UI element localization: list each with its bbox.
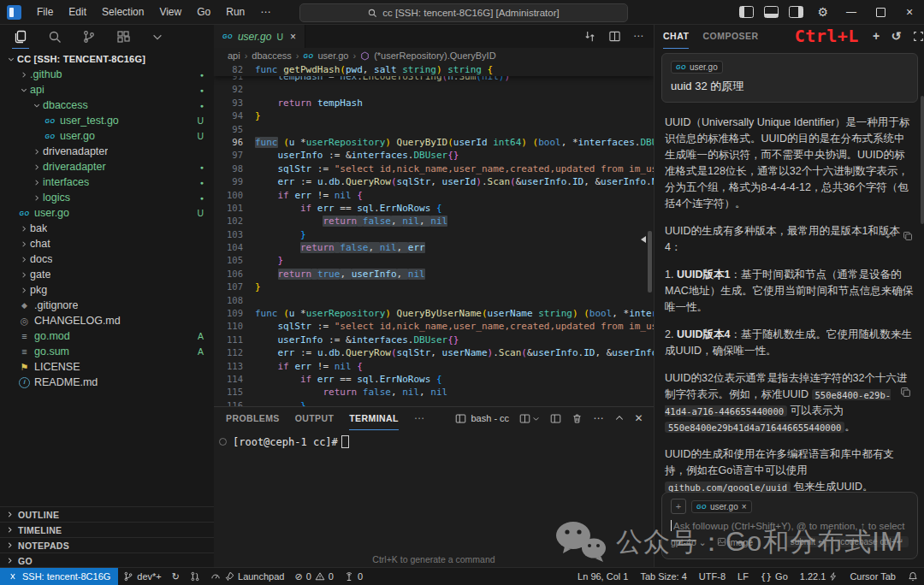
- panel-more-icon[interactable]: ⋯: [414, 407, 424, 429]
- window-close-button[interactable]: ×: [895, 0, 924, 24]
- submit-button[interactable]: submit ↵: [785, 536, 831, 547]
- tree-item-dbaccess[interactable]: dbaccess●: [0, 98, 214, 113]
- kill-terminal-trash-icon[interactable]: [572, 413, 583, 424]
- code-line-110[interactable]: 110 sqlStr := "select id,nick_name,user_…: [214, 320, 654, 333]
- code-line-101[interactable]: 101 if err == sql.ErrNoRows {: [214, 202, 654, 215]
- tree-item-chat[interactable]: chat: [0, 236, 214, 251]
- code-line-114[interactable]: 114 if err == sql.ErrNoRows {: [214, 373, 654, 386]
- window-minimize-button[interactable]: —: [837, 0, 866, 24]
- tab-close-icon[interactable]: ×: [290, 31, 296, 43]
- restore-checkpoint-icon[interactable]: ↶: [886, 231, 894, 243]
- toggle-secondary-sidebar-icon[interactable]: [789, 6, 803, 18]
- tree-item-pkg[interactable]: pkg: [0, 282, 214, 298]
- menu-view[interactable]: View: [151, 0, 189, 24]
- menu-edit[interactable]: Edit: [61, 0, 94, 24]
- split-terminal-icon[interactable]: [519, 413, 540, 424]
- toggle-panel-icon[interactable]: [764, 6, 779, 18]
- tree-item-user.go[interactable]: GOuser.goU: [0, 128, 214, 144]
- code-line-98[interactable]: 98 sqlStr := "select id,nick_name,user_n…: [214, 162, 654, 175]
- context-file-chip[interactable]: GO user.go: [671, 61, 723, 74]
- sticky-scroll-line[interactable]: 82func getPwdHash(pwd, salt string) stri…: [214, 63, 654, 76]
- go-version[interactable]: 1.22.1: [794, 568, 844, 585]
- cursor-position[interactable]: Ln 96, Col 1: [572, 568, 634, 585]
- search-view-icon[interactable]: [46, 26, 63, 48]
- code-line-100[interactable]: 100 if err != nil {: [214, 189, 654, 202]
- tree-item-api[interactable]: api●: [0, 82, 214, 98]
- tree-item-docs[interactable]: docs: [0, 251, 214, 267]
- tab-chat[interactable]: CHAT: [663, 24, 689, 49]
- tree-item-go.sum[interactable]: ≡go.sumA: [0, 344, 214, 359]
- code-line-99[interactable]: 99 err := u.db.QueryRow(sqlStr, userId).…: [214, 175, 654, 188]
- user-message-card[interactable]: GO user.go uuid 32 的原理: [661, 53, 918, 103]
- tree-item-cc-ssh-tencent-8c16g-[interactable]: CC [SSH: TENCENT-8C16G]: [0, 51, 214, 67]
- code-line-109[interactable]: 109func (u *userRepository) QueryByUserN…: [214, 307, 654, 320]
- tree-item-gate[interactable]: gate: [0, 267, 214, 282]
- tab-terminal[interactable]: TERMINAL: [349, 407, 398, 430]
- chat-input-box[interactable]: + GO user.go × Ask followup (Ctrl+Shift+…: [661, 492, 918, 559]
- code-line-113[interactable]: 113 if err != nil {: [214, 360, 654, 373]
- chat-input-field[interactable]: Ask followup (Ctrl+Shift+Y), @ to mentio…: [671, 520, 909, 531]
- settings-gear-icon[interactable]: ⚙: [817, 5, 828, 19]
- compare-changes-icon[interactable]: [583, 30, 596, 43]
- code-line-105[interactable]: 105 }: [214, 254, 654, 267]
- breadcrumb[interactable]: api› dbaccess› GO user.go› (*userReposit…: [214, 48, 654, 63]
- tree-item-drivenadapter[interactable]: drivenadapter: [0, 144, 214, 159]
- code-line-93[interactable]: 93 return tempHash: [214, 97, 654, 109]
- chat-scrollbar[interactable]: [921, 96, 924, 224]
- breadcrumb-symbol[interactable]: (*userRepository).QueryByID: [374, 50, 495, 61]
- command-search[interactable]: cc [SSH: tencent-8C16G] [Administrator]: [299, 3, 628, 22]
- cursor-tab-toggle[interactable]: Cursor Tab: [844, 568, 902, 585]
- git-branch-indicator[interactable]: dev*+: [118, 568, 166, 585]
- code-line-107[interactable]: 107}: [214, 281, 654, 293]
- tree-item-logics[interactable]: logics●: [0, 190, 214, 205]
- language-mode[interactable]: {﻿}Go: [755, 568, 794, 585]
- attach-image-button[interactable]: image: [717, 537, 754, 547]
- window-maximize-button[interactable]: [866, 0, 895, 24]
- chat-history-icon[interactable]: ↺: [891, 29, 902, 43]
- codebase-button[interactable]: codebase ctrl+↵: [835, 536, 909, 547]
- code-line-97[interactable]: 97 userInfo := &interfaces.DBUser{}: [214, 149, 654, 162]
- menu-selection[interactable]: Selection: [94, 0, 151, 24]
- tab-problems[interactable]: PROBLEMS: [226, 407, 280, 429]
- add-context-icon[interactable]: +: [671, 499, 686, 514]
- tree-item-changelog.md[interactable]: ◎CHANGELOG.md: [0, 313, 214, 328]
- menu-go[interactable]: Go: [189, 0, 218, 24]
- editor-scrollbar[interactable]: [648, 231, 652, 292]
- terminal-instance[interactable]: bash - cc: [455, 413, 509, 424]
- copy-answer-icon[interactable]: [900, 387, 911, 398]
- tree-item-user.go[interactable]: GOuser.goU: [0, 205, 214, 221]
- tab-user-go[interactable]: GO user.go U ×: [214, 24, 305, 48]
- copy-icon[interactable]: [903, 231, 913, 241]
- tree-item-interfaces[interactable]: interfaces●: [0, 174, 214, 190]
- tree-item-user-test.go[interactable]: GOuser_test.goU: [0, 113, 214, 128]
- section-timeline[interactable]: TIMELINE: [0, 522, 214, 537]
- maximize-panel-icon[interactable]: [614, 413, 625, 423]
- code-line-102[interactable]: 102 return false, nil, nil: [214, 215, 654, 228]
- tree-item-.gitignore[interactable]: ◆.gitignore: [0, 298, 214, 313]
- tab-composer[interactable]: COMPOSER: [702, 24, 758, 48]
- menu-more[interactable]: ⋯: [252, 0, 278, 24]
- indentation[interactable]: Tab Size: 4: [634, 568, 692, 585]
- close-panel-icon[interactable]: ✕: [635, 412, 643, 424]
- code-line-92[interactable]: 92: [214, 83, 654, 96]
- menu-run[interactable]: Run: [218, 0, 252, 24]
- tab-output[interactable]: OUTPUT: [295, 407, 335, 429]
- launchpad-button[interactable]: Launchpad: [205, 568, 289, 585]
- launch-profile-icon[interactable]: [550, 413, 561, 424]
- code-line-116[interactable]: 116 }: [214, 399, 654, 406]
- code-line-106[interactable]: 106 return true, userInfo, nil: [214, 268, 654, 281]
- remove-context-icon[interactable]: ×: [742, 502, 747, 511]
- breadcrumb-api[interactable]: api: [228, 50, 240, 61]
- breadcrumb-file[interactable]: user.go: [317, 50, 348, 61]
- code-line-96[interactable]: 96func (u *userRepository) QueryByID(use…: [214, 136, 654, 149]
- section-notepads[interactable]: NOTEPADS: [0, 537, 214, 552]
- tree-item-driveradapter[interactable]: driveradapter●: [0, 159, 214, 174]
- tree-item-license[interactable]: ⚑LICENSE: [0, 359, 214, 375]
- explorer-icon[interactable]: [12, 26, 29, 49]
- tree-item-bak[interactable]: bak: [0, 221, 214, 236]
- editor-more-actions-icon[interactable]: ⋯: [633, 30, 643, 42]
- section-go[interactable]: GO: [0, 552, 214, 568]
- breadcrumb-dbaccess[interactable]: dbaccess: [252, 50, 291, 61]
- code-line-112[interactable]: 112 err := u.db.QueryRow(sqlStr, userNam…: [214, 346, 654, 359]
- code-line-103[interactable]: 103 }: [214, 228, 654, 241]
